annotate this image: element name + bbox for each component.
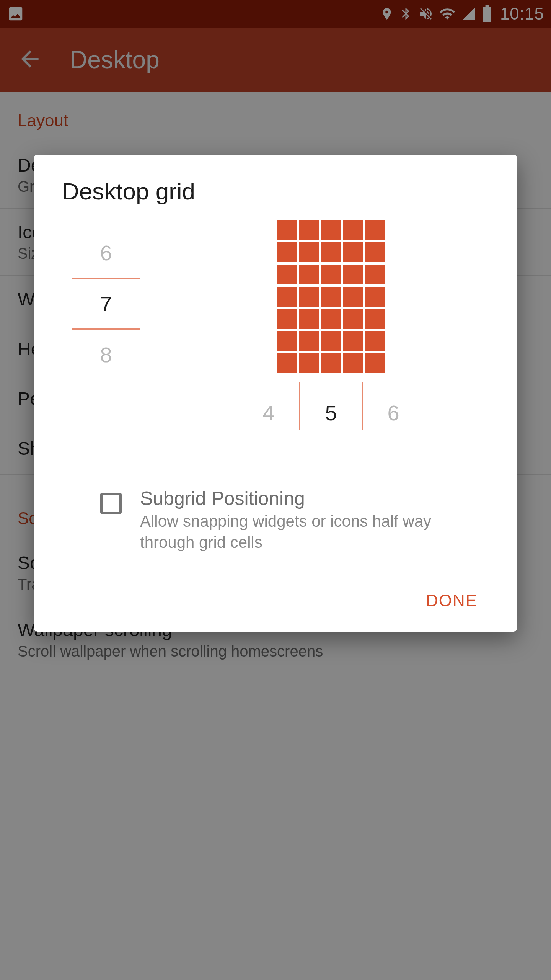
rows-picker[interactable]: 6 7 8: [62, 220, 150, 379]
grid-cell: [365, 242, 385, 262]
rows-next[interactable]: 8: [62, 330, 150, 379]
grid-cell: [365, 353, 385, 373]
grid-cell: [365, 309, 385, 329]
done-button[interactable]: DONE: [417, 583, 487, 618]
grid-cell: [277, 242, 297, 262]
grid-cell: [299, 220, 319, 240]
rows-current[interactable]: 7: [62, 279, 150, 328]
dialog-title: Desktop grid: [62, 178, 489, 205]
grid-cell: [343, 287, 363, 307]
grid-cell: [343, 331, 363, 351]
grid-cell: [277, 220, 297, 240]
grid-cell: [299, 242, 319, 262]
subgrid-title: Subgrid Positioning: [140, 487, 481, 510]
grid-cell: [277, 353, 297, 373]
rows-prev[interactable]: 6: [62, 228, 150, 278]
grid-cell: [277, 331, 297, 351]
grid-cell: [299, 331, 319, 351]
grid-cell: [321, 309, 341, 329]
grid-cell: [299, 353, 319, 373]
grid-cell: [321, 265, 341, 284]
grid-cell: [321, 331, 341, 351]
subgrid-checkbox[interactable]: [100, 493, 122, 514]
grid-cell: [277, 309, 297, 329]
subgrid-option[interactable]: Subgrid Positioning Allow snapping widge…: [62, 487, 489, 553]
cols-current[interactable]: 5: [300, 400, 362, 425]
grid-cell: [277, 265, 297, 284]
subgrid-desc: Allow snapping widgets or icons half way…: [140, 511, 481, 553]
grid-cell: [321, 353, 341, 373]
grid-cell: [299, 309, 319, 329]
cols-prev[interactable]: 4: [238, 400, 299, 425]
grid-cell: [365, 287, 385, 307]
cols-picker[interactable]: 4 5 6: [238, 380, 424, 445]
grid-cell: [299, 287, 319, 307]
grid-cell: [343, 242, 363, 262]
grid-cell: [321, 242, 341, 262]
grid-cell: [321, 287, 341, 307]
grid-cell: [365, 331, 385, 351]
desktop-grid-dialog: Desktop grid 6 7 8 4 5 6 Subgrid Posi: [34, 155, 517, 632]
grid-preview: [277, 220, 385, 373]
grid-cell: [343, 265, 363, 284]
grid-cell: [365, 220, 385, 240]
grid-cell: [343, 309, 363, 329]
grid-cell: [277, 287, 297, 307]
grid-cell: [321, 220, 341, 240]
grid-cell: [299, 265, 319, 284]
grid-cell: [343, 220, 363, 240]
cols-next[interactable]: 6: [363, 400, 424, 425]
grid-cell: [343, 353, 363, 373]
grid-cell: [365, 265, 385, 284]
